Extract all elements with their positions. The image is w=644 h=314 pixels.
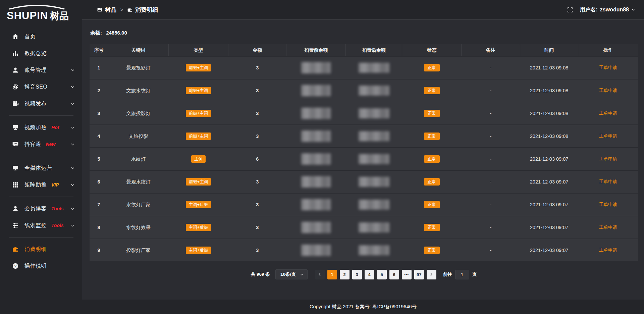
page-button-97[interactable]: 97 — [414, 270, 424, 279]
sidebar-item-member-baoke[interactable]: 会员爆客Tools — [0, 200, 82, 217]
page-button-2[interactable]: 2 — [340, 270, 350, 279]
consumption-table: 序号关键词类型金额扣费前余额扣费后余额状态备注时间操作 1景观投影灯前缀+主词3… — [90, 44, 638, 262]
goto-page-suffix: 页 — [472, 271, 477, 277]
pagination-total: 共 969 条 — [251, 271, 270, 277]
cell-keyword: 文旅水纹灯 — [108, 79, 169, 102]
cell-remark: - — [461, 193, 520, 216]
work-order-link[interactable]: 工单申请 — [599, 156, 617, 161]
sidebar-item-label: 视频加热 — [24, 124, 47, 131]
prev-page-button[interactable] — [315, 270, 325, 279]
svg-text:?: ? — [14, 264, 17, 268]
page-button-1[interactable]: 1 — [327, 270, 337, 279]
work-order-link[interactable]: 工单申请 — [599, 225, 617, 230]
table-row: 2文旅水纹灯前缀+主词3正常-2021-12-03 09:08工单申请 — [90, 79, 638, 102]
blurred-balance-before — [301, 245, 331, 256]
cell-balance-after — [346, 193, 402, 216]
work-order-link[interactable]: 工单申请 — [599, 88, 617, 93]
sidebar-badge-new: New — [46, 142, 56, 147]
cell-time: 2021-12-03 09:07 — [520, 193, 578, 216]
username-value: zswodun88 — [600, 7, 629, 13]
work-order-link[interactable]: 工单申请 — [599, 134, 617, 139]
status-badge: 正常 — [424, 64, 440, 72]
cell-type: 前缀+主词 — [168, 170, 228, 193]
page-ellipsis-button[interactable]: ••• — [402, 270, 412, 279]
breadcrumb-label: 消费明细 — [135, 6, 158, 14]
chevron-down-icon — [70, 142, 75, 147]
work-order-link[interactable]: 工单申请 — [599, 248, 617, 253]
type-badge: 前缀+主词 — [186, 87, 211, 95]
page-button-6[interactable]: 6 — [389, 270, 399, 279]
sidebar-item-label: 操作说明 — [24, 263, 47, 270]
user-dropdown[interactable]: 用户名: zswodun88 — [580, 6, 635, 13]
sidebar-item-label: 线索监控 — [24, 222, 47, 229]
sidebar-divider — [9, 115, 73, 116]
username-label: 用户名: — [580, 6, 597, 13]
sidebar-item-help[interactable]: ?操作说明 — [0, 258, 82, 274]
cell-no: 2 — [90, 79, 108, 102]
status-badge: 正常 — [424, 133, 440, 140]
chevron-down-icon — [70, 125, 75, 130]
type-badge: 前缀+主词 — [186, 110, 211, 117]
main-area: 树品 > 消费明细 用户名: zswodun88 余额: — [82, 0, 644, 314]
work-order-link[interactable]: 工单申请 — [599, 202, 617, 207]
cell-keyword: 水纹灯 — [108, 148, 169, 170]
cell-status: 正常 — [402, 102, 462, 125]
sidebar-item-video-heat[interactable]: 视频加热Hot — [0, 119, 82, 136]
sidebar-item-media-operation[interactable]: 全媒体运营 — [0, 160, 82, 176]
sidebar-item-label: 抖客通 — [24, 141, 41, 148]
cell-remark: - — [461, 216, 520, 239]
sidebar-item-consume-detail[interactable]: 消费明细 — [0, 241, 82, 258]
cell-type: 主词 — [168, 148, 228, 170]
sidebar-item-data-overview[interactable]: 数据总览 — [0, 45, 82, 62]
sidebar-badge-vip: VIP — [51, 182, 59, 188]
status-badge: 正常 — [424, 155, 440, 163]
chat-icon — [12, 141, 19, 148]
brand-logo: SHUPIN 树品 — [0, 5, 82, 25]
cell-action: 工单申请 — [578, 125, 638, 148]
table-row: 9投影灯厂家主词+后缀3正常-2021-12-03 09:07工单申请 — [90, 239, 638, 262]
cell-remark: - — [461, 239, 520, 262]
breadcrumb-item-shupin[interactable]: 树品 — [97, 6, 116, 14]
cell-keyword: 投影灯厂家 — [108, 239, 169, 262]
cell-type: 主词+后缀 — [168, 216, 228, 239]
cell-remark: - — [461, 79, 520, 102]
chevron-down-icon — [631, 8, 635, 12]
cell-balance-before — [286, 102, 346, 125]
page-button-4[interactable]: 4 — [365, 270, 374, 279]
cell-balance-after — [346, 148, 402, 170]
blurred-balance-after — [359, 86, 389, 96]
cell-time: 2021-12-03 09:08 — [520, 125, 578, 148]
page-button-3[interactable]: 3 — [352, 270, 362, 279]
work-order-link[interactable]: 工单申请 — [599, 65, 617, 70]
cell-type: 前缀+主词 — [168, 102, 228, 125]
goto-page-input[interactable] — [455, 270, 469, 279]
next-page-button[interactable] — [427, 270, 436, 279]
table-row: 4文旅投影前缀+主词3正常-2021-12-03 09:08工单申请 — [90, 125, 638, 148]
cell-balance-before — [286, 56, 346, 79]
cell-balance-after — [346, 125, 402, 148]
cell-status: 正常 — [402, 170, 462, 193]
sidebar-item-douyin-seo[interactable]: 抖音SEO — [0, 78, 82, 95]
cell-time: 2021-12-03 09:07 — [520, 216, 578, 239]
column-header: 金额 — [228, 44, 286, 56]
fullscreen-icon[interactable] — [567, 7, 573, 13]
work-order-link[interactable]: 工单申请 — [599, 111, 617, 116]
cell-balance-after — [346, 170, 402, 193]
cell-keyword: 景观水纹灯 — [108, 170, 169, 193]
work-order-link[interactable]: 工单申请 — [599, 179, 617, 184]
page-size-select[interactable]: 10条/页 — [275, 269, 308, 279]
column-header: 扣费前余额 — [286, 44, 346, 56]
page-button-5[interactable]: 5 — [377, 270, 387, 279]
breadcrumb-item-consume-detail[interactable]: 消费明细 — [127, 6, 158, 14]
cell-action: 工单申请 — [578, 102, 638, 125]
sidebar-item-lead-monitor[interactable]: 线索监控Tools — [0, 217, 82, 234]
chevron-down-icon — [300, 273, 304, 276]
sidebar-item-home[interactable]: 首页 — [0, 28, 82, 45]
cell-keyword: 文旅投影 — [108, 125, 169, 148]
sidebar-item-account-management[interactable]: 账号管理 — [0, 62, 82, 78]
sidebar-item-video-publish[interactable]: 视频发布 — [0, 95, 82, 112]
sidebar-item-matrix-boost[interactable]: 矩阵助推VIP — [0, 176, 82, 193]
sidebar-item-douketong[interactable]: 抖客通New — [0, 136, 82, 153]
blurred-balance-before — [301, 222, 331, 233]
sidebar-badge-tools: Tools — [51, 206, 64, 211]
